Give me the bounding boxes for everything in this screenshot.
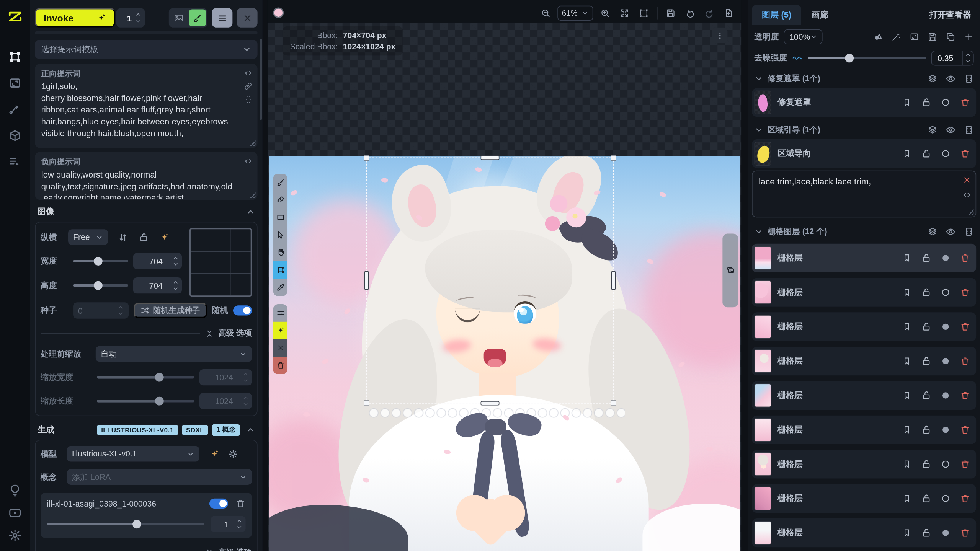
bookmark-icon[interactable] (902, 322, 912, 332)
filmstrip-icon[interactable] (964, 125, 974, 135)
decrement-icon[interactable] (173, 285, 179, 292)
denoise-slider[interactable] (808, 57, 926, 60)
trash-icon[interactable] (960, 98, 970, 108)
nav-queue-icon[interactable] (8, 155, 22, 169)
layer-enabled-circle-icon[interactable] (941, 287, 951, 297)
settings-gear-icon[interactable] (8, 528, 22, 542)
tips-bulb-icon[interactable] (8, 484, 22, 497)
raster-layer-row[interactable]: 栅格层 (752, 450, 976, 479)
brush-tool[interactable] (273, 174, 287, 191)
lock-open-icon[interactable] (921, 149, 931, 159)
lock-open-icon[interactable] (921, 98, 931, 108)
visibility-eye-icon[interactable] (946, 227, 956, 237)
embed-code-icon[interactable] (244, 69, 253, 78)
height-slider[interactable] (73, 284, 128, 287)
raster-layer-row[interactable]: 栅格层 (752, 278, 976, 307)
lock-open-icon[interactable] (921, 356, 931, 366)
raster-layer-row[interactable]: 栅格层 (752, 244, 976, 272)
lock-open-icon[interactable] (921, 425, 931, 435)
frame-icon[interactable] (910, 32, 920, 42)
link-icon[interactable] (244, 82, 253, 91)
trash-icon[interactable] (960, 459, 970, 469)
bookmark-icon[interactable] (902, 425, 912, 435)
canvas-settings-button[interactable] (741, 6, 742, 21)
duplicate-icon[interactable] (946, 32, 956, 42)
trash-icon[interactable] (960, 494, 970, 504)
lock-open-icon[interactable] (921, 494, 931, 504)
layers-icon[interactable] (928, 125, 938, 135)
regional-guidance-layer-row[interactable]: 区域导向 (752, 139, 976, 168)
bbox-handle-se[interactable] (611, 401, 616, 406)
height-stepper[interactable]: 704 (133, 277, 182, 293)
lock-open-icon[interactable] (921, 528, 931, 538)
nav-upscale-icon[interactable] (8, 76, 22, 90)
layer-enabled-circle-icon[interactable] (941, 149, 951, 159)
left-panel-scrollbar[interactable] (260, 39, 262, 120)
open-viewer-link[interactable]: 打开查看器 (929, 9, 976, 20)
fit-to-screen-button[interactable] (617, 6, 632, 21)
negative-prompt-input[interactable]: low quality,worst quality,normal quality… (41, 169, 241, 199)
canvas-mode-button[interactable] (189, 9, 206, 26)
bbox-handle-ne[interactable] (611, 155, 616, 161)
decrement-icon[interactable] (236, 524, 242, 530)
prompt-template-select[interactable]: 选择提示词模板 (35, 40, 257, 59)
count-decrement-icon[interactable] (135, 18, 141, 24)
delete-region-button[interactable] (273, 357, 287, 374)
decrement-icon[interactable] (965, 58, 971, 64)
layer-enabled-circle-icon[interactable] (941, 390, 951, 400)
nav-workflows-icon[interactable] (8, 103, 22, 116)
layers-icon[interactable] (928, 227, 938, 237)
trash-icon[interactable] (960, 390, 970, 400)
bookmark-icon[interactable] (902, 98, 912, 108)
move-tool[interactable] (273, 226, 287, 244)
invoke-button[interactable]: Invoke (35, 8, 115, 28)
resize-handle[interactable] (967, 208, 974, 215)
raster-layer-row[interactable]: 栅格层 (752, 312, 976, 341)
raster-section-header[interactable]: 栅格图层 (12 个) (752, 225, 976, 239)
aspect-select[interactable]: Free (68, 229, 108, 245)
add-layer-icon[interactable] (964, 32, 974, 42)
bookmark-icon[interactable] (902, 287, 912, 297)
zoom-level-select[interactable]: 61% (557, 6, 593, 21)
tab-gallery[interactable]: 画廊 (801, 5, 838, 25)
trash-icon[interactable] (960, 149, 970, 159)
panel-menu-button[interactable] (212, 8, 232, 28)
generation-bbox[interactable] (366, 157, 614, 403)
decrement-icon[interactable] (173, 261, 179, 267)
generation-section-header[interactable]: 生成 ILLUSTRIOUS-XL-V0.1 SDXL 1 概念 (35, 423, 257, 437)
undo-button[interactable] (683, 6, 697, 21)
color-swatch[interactable] (273, 8, 284, 18)
image-advanced-options[interactable]: 高级 选项 (41, 328, 252, 339)
resize-handle[interactable] (249, 191, 256, 198)
panel-close-button[interactable] (237, 8, 258, 28)
bookmark-icon[interactable] (902, 459, 912, 469)
bbox-handle-sw[interactable] (364, 401, 369, 406)
bookmark-icon[interactable] (902, 149, 912, 159)
clear-prompt-icon[interactable] (962, 176, 971, 184)
bbox-handle-s[interactable] (481, 401, 500, 405)
layer-enabled-circle-icon[interactable] (941, 528, 951, 538)
eraser-tool[interactable] (273, 191, 287, 209)
width-stepper[interactable]: 704 (133, 253, 182, 269)
queue-count-stepper[interactable]: 1 (116, 8, 145, 28)
raster-layer-row[interactable]: 栅格层 (752, 381, 976, 410)
new-canvas-button[interactable] (721, 6, 736, 21)
resize-handle[interactable] (249, 139, 256, 146)
visibility-eye-icon[interactable] (946, 125, 956, 135)
optimize-size-sparkle-icon[interactable] (159, 232, 169, 242)
pan-tool[interactable] (273, 244, 287, 261)
save-icon[interactable] (928, 32, 938, 42)
tool-settings-button[interactable] (273, 304, 287, 322)
bbox-handle-n[interactable] (481, 156, 500, 160)
raster-layer-row[interactable]: 栅格层 (752, 518, 976, 547)
add-lora-select[interactable]: 添加 LoRA (67, 469, 252, 485)
trash-icon[interactable] (960, 356, 970, 366)
nav-models-icon[interactable] (8, 129, 22, 142)
trash-icon[interactable] (960, 528, 970, 538)
layers-icon[interactable] (928, 74, 938, 84)
gallery-drawer-handle[interactable] (722, 234, 738, 308)
randomize-seed-button[interactable]: 随机生成种子 (134, 303, 207, 318)
layer-enabled-circle-icon[interactable] (941, 494, 951, 504)
braces-icon[interactable]: { } (246, 95, 250, 103)
raster-layer-row[interactable]: 栅格层 (752, 416, 976, 444)
